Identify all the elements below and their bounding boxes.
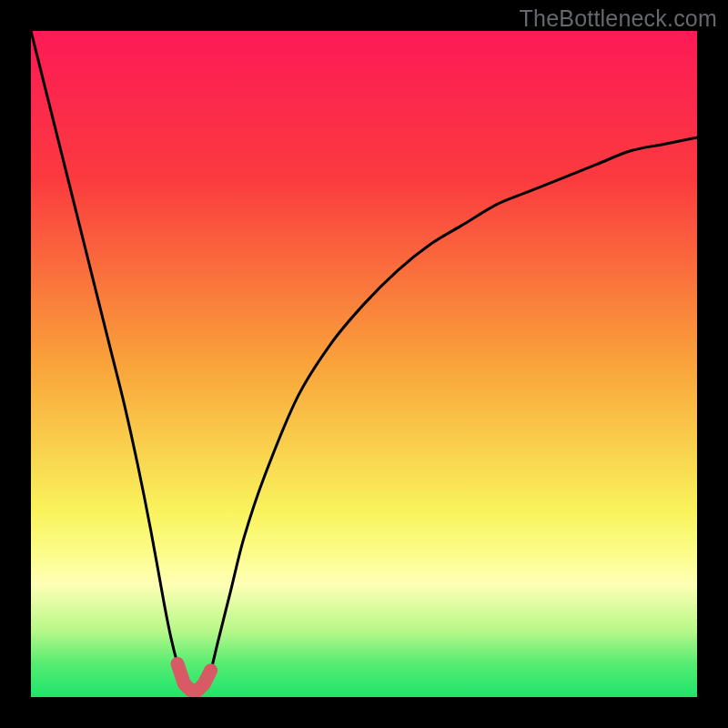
bottleneck-curve	[31, 31, 697, 697]
watermark-text: TheBottleneck.com	[520, 5, 717, 32]
bottleneck-minimum-marker	[177, 663, 211, 690]
chart-frame: TheBottleneck.com	[0, 0, 728, 728]
plot-area	[31, 31, 697, 697]
